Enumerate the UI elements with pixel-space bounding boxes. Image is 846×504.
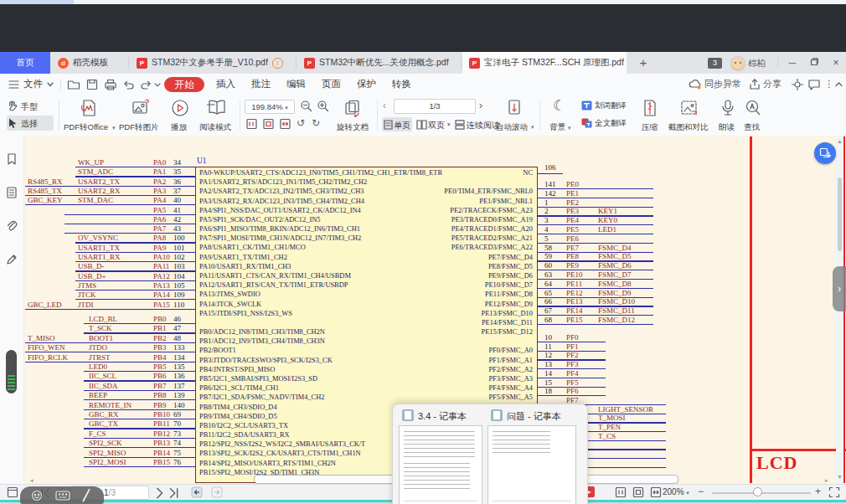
pdf-to-office-button[interactable]: PDF转Office▾ xyxy=(64,97,114,134)
tab-pdf-manual[interactable]: P STM32中文参考手册_V10.pdf ! xyxy=(130,52,297,74)
next-page-icon[interactable] xyxy=(154,487,166,499)
tab-separator xyxy=(296,57,297,69)
user-name[interactable]: 棕柏 xyxy=(748,58,766,69)
net-label: T_MOSI xyxy=(598,414,626,422)
fit-page-status-icon[interactable] xyxy=(632,486,644,498)
share-icon[interactable] xyxy=(748,78,761,91)
menu-annotate[interactable]: 批注 xyxy=(251,78,271,90)
fit-width-icon[interactable] xyxy=(280,118,291,130)
close-window-button[interactable]: × xyxy=(828,55,844,70)
prev-page-icon[interactable]: ‹ xyxy=(383,100,386,111)
new-tab-button[interactable]: + xyxy=(635,54,652,71)
vscroll-up-arrow[interactable]: ▲ xyxy=(837,138,843,144)
background-button[interactable]: ☾ 背景▾ xyxy=(544,97,578,134)
page-indicator-box[interactable]: 1/3 xyxy=(394,99,476,114)
share-label[interactable]: 分享 xyxy=(763,78,782,90)
read-mode-button[interactable]: 阅读模式 xyxy=(198,97,236,134)
sidebar-expand-handle[interactable]: › xyxy=(833,266,846,311)
zoom-in-icon[interactable] xyxy=(317,100,329,112)
next-page-icon[interactable]: › xyxy=(479,100,482,111)
menu-convert[interactable]: 转换 xyxy=(392,78,411,90)
chevron-down-icon[interactable] xyxy=(154,83,161,87)
net-label: T_SCK xyxy=(89,324,112,332)
hscroll-left-arrow[interactable]: ◂ xyxy=(30,477,34,484)
rotate-doc-button[interactable]: 旋转文档 xyxy=(333,97,374,134)
read-aloud-button[interactable]: 朗读 xyxy=(717,97,739,134)
avatar[interactable] xyxy=(730,56,745,71)
floating-control-overlay[interactable] xyxy=(20,486,104,504)
single-page-button[interactable]: 单页 xyxy=(382,117,412,131)
fit-page-icon[interactable] xyxy=(263,118,274,130)
fullscreen-icon[interactable] xyxy=(828,486,840,498)
keyboard-icon[interactable] xyxy=(55,491,70,501)
pin-number: 67 xyxy=(544,306,552,315)
screenshot-compare-button[interactable]: 截图和对比 xyxy=(667,97,714,134)
print-icon[interactable] xyxy=(104,78,117,91)
tab-count-badge[interactable]: 3 xyxy=(708,58,722,69)
notepad-preview-title-2[interactable]: 问题 - 记事本 xyxy=(507,410,561,423)
view-forward-icon[interactable] xyxy=(211,486,223,498)
zoom-out-icon[interactable] xyxy=(300,100,312,112)
maximize-button[interactable] xyxy=(806,55,823,70)
menu-page[interactable]: 页面 xyxy=(322,78,341,90)
compress-button[interactable]: 压缩 xyxy=(638,97,663,134)
collapse-ribbon-icon[interactable] xyxy=(835,82,843,87)
float-translate-button[interactable] xyxy=(814,142,836,164)
tab-pdf-schematic-active[interactable]: P 宝洋电子 STM32F...SCH 原理图.pdf × xyxy=(462,52,627,74)
zoom-slider-knob[interactable] xyxy=(753,487,762,496)
view-back-icon[interactable] xyxy=(191,486,203,498)
zoom-level-label[interactable]: 200% ▾ xyxy=(663,487,689,496)
play-button[interactable]: 播放 xyxy=(166,97,194,134)
menu-edit[interactable]: 编辑 xyxy=(286,78,306,90)
chip-pin-function: PA13/JTMS_SWDIO xyxy=(199,291,261,299)
menu-insert[interactable]: 插入 xyxy=(216,78,235,90)
find-button[interactable]: 查找 xyxy=(742,97,764,134)
full-translate-button[interactable]: 全文翻译 xyxy=(581,116,633,131)
menu-start-pill[interactable]: 开始 xyxy=(164,77,204,92)
chip-pin-function: PE8/FSMC_D5 xyxy=(488,263,533,271)
vscroll-thumb[interactable] xyxy=(838,177,842,251)
pin-name: PB11 xyxy=(153,419,170,428)
hand-tool-button[interactable]: 手型 xyxy=(7,99,54,114)
pdf-to-image-button[interactable]: PDF转图片 xyxy=(117,97,164,134)
chip-pin-function: PB13/SPI2_SCK/I2S2_CK/USART3_CTS/TIM1_CH… xyxy=(199,450,361,458)
cloud-sync-icon[interactable] xyxy=(689,78,702,91)
tab-docer[interactable]: d 稻壳模板 xyxy=(51,52,129,74)
gear-icon[interactable] xyxy=(791,78,804,91)
minimize-button[interactable]: ─ xyxy=(784,55,801,70)
rotate-right-icon[interactable]: ↻ xyxy=(312,117,320,129)
page-panel-icon[interactable] xyxy=(7,486,18,498)
fit-width-status-icon[interactable] xyxy=(650,486,662,498)
tab-home[interactable]: 首页 xyxy=(0,52,50,74)
sync-status-label[interactable]: 同步异常 xyxy=(704,78,741,90)
face-icon[interactable] xyxy=(31,490,43,501)
net-label: LCD_BL xyxy=(89,315,117,323)
redo-icon[interactable] xyxy=(139,78,152,91)
auto-scroll-button[interactable] xyxy=(493,97,536,116)
hscroll-right-arrow[interactable]: ▸ xyxy=(825,477,828,484)
auto-scroll-label[interactable]: 自动滚动 xyxy=(496,122,528,133)
select-tool-button[interactable]: 选择 xyxy=(7,116,54,131)
actual-size-status-icon[interactable] xyxy=(615,486,627,498)
vscroll-down-arrow[interactable]: ▼ xyxy=(837,474,843,480)
open-file-icon[interactable] xyxy=(67,78,80,91)
save-icon[interactable] xyxy=(85,78,99,91)
rotate-left-icon[interactable]: ↺ xyxy=(297,117,305,129)
zoom-out-button[interactable]: − xyxy=(698,486,704,497)
chip-pin-function: PF3/FSMC_A3 xyxy=(488,375,533,383)
menu-file[interactable]: 文件 xyxy=(23,78,43,90)
last-page-icon[interactable] xyxy=(168,487,179,499)
more-icon[interactable]: ⋮ xyxy=(824,78,834,90)
double-page-button[interactable]: 双页▾ xyxy=(415,117,452,131)
notepad-preview-title-1[interactable]: 3.4 - 记事本 xyxy=(418,410,467,423)
notepad-preview-page-1[interactable] xyxy=(399,425,482,504)
zoom-value-box[interactable]: 199.84% ▾ xyxy=(245,100,295,114)
tab-pdf-concepts[interactable]: P STM32中断优先...关使用概念.pdf xyxy=(297,52,462,74)
zoom-in-button[interactable]: + xyxy=(815,486,821,497)
undo-icon[interactable] xyxy=(122,78,136,91)
feedback-icon[interactable] xyxy=(807,78,821,91)
notepad-preview-page-2[interactable] xyxy=(487,425,576,504)
word-translate-button[interactable]: 划词翻译 xyxy=(581,99,633,114)
actual-size-icon[interactable] xyxy=(246,118,257,130)
menu-protect[interactable]: 保护 xyxy=(357,78,376,90)
